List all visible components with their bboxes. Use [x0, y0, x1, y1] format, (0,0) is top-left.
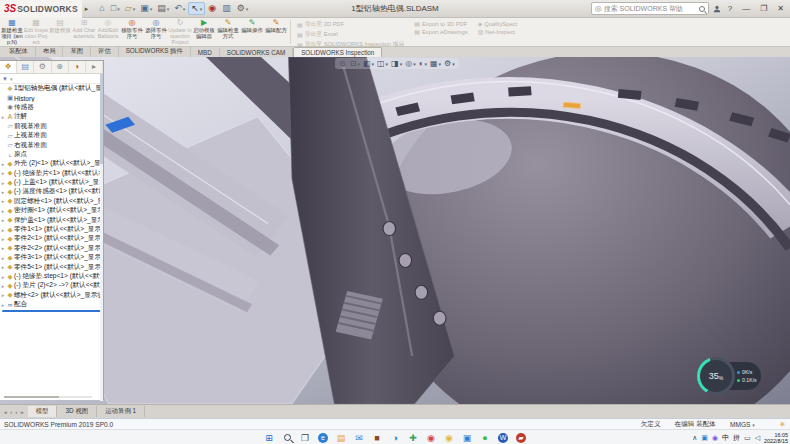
taskbar-app-button[interactable]: W — [497, 432, 509, 444]
tree-item[interactable]: ▸ ◆ 零件3<1> (默认<<默认>_显示状 — [0, 253, 103, 262]
tree-item[interactable]: ▸ ◆ 零件1<1> (默认<<默认>_显示状态 — [0, 225, 103, 234]
document-tab[interactable]: 模型 — [28, 406, 58, 417]
tree-item[interactable]: ▸ ∞ 配合 — [0, 300, 103, 309]
dropdown-caret-icon[interactable]: ▾ — [150, 6, 153, 12]
usage-ball[interactable]: 35% — [697, 357, 735, 395]
dropdown-caret-icon[interactable]: ▾ — [117, 6, 120, 12]
panel-tab[interactable]: ⊕ — [52, 61, 69, 73]
tree-item[interactable]: ▸ ◆ 零件2<2> (默认<<默认>_显示状 — [0, 244, 103, 253]
taskbar-app-button[interactable]: ❐ — [299, 432, 311, 444]
tree-filter[interactable]: ▼ ▾ — [0, 74, 103, 84]
taskbar-app-button[interactable]: ✚ — [407, 432, 419, 444]
export-menu-item[interactable]: ◈ QualitySpect — [478, 20, 518, 27]
dropdown-caret-icon[interactable]: ▾ — [133, 6, 136, 12]
quick-access-button[interactable]: ◉ — [206, 3, 219, 14]
dropdown-caret-icon[interactable]: ▾ — [357, 61, 360, 67]
view-tool-button[interactable]: ◨ ▾ — [391, 59, 402, 68]
search-scope-icon[interactable]: ◎ — [595, 4, 602, 13]
tray-item[interactable]: 中 — [722, 433, 729, 443]
view-tool-button[interactable]: ◧ ▾ — [363, 59, 374, 68]
graphics-viewport[interactable]: ⊙ ⊡ ▾ ◧ ▾ ◫ ▾ ◨ ▾ ◎ ▾ ◐ ▾ ▦ ▾ — [0, 57, 790, 404]
command-tab[interactable]: SOLIDWORKS 插件 — [119, 46, 191, 57]
panel-tab[interactable]: ⚙ — [34, 61, 51, 73]
tree-item[interactable]: ▸ ◆ 零件5<1> (默认<<默认>_显示状 — [0, 262, 103, 271]
tray-item[interactable]: ◉ — [712, 434, 718, 442]
tree-item[interactable]: ▸ ◆ 保护盖<1> (默认<<默认>_显示状态 — [0, 215, 103, 224]
taskbar-app-button[interactable]: ■ — [371, 432, 383, 444]
dropdown-caret-icon[interactable]: ▾ — [371, 61, 374, 67]
export-menu-item[interactable]: ▤ 导出至 Excel — [297, 30, 404, 39]
taskbar-app-button[interactable]: e — [317, 432, 329, 444]
help-search-box[interactable]: ◎ 搜索 SOLIDWORKS 帮助 — [591, 2, 709, 15]
tree-item[interactable]: ▸ ▣ History — [0, 93, 103, 102]
export-menu-item[interactable]: ▤ 导出至 2D PDF — [297, 20, 404, 29]
ribbon-button[interactable]: ✎ 编辑检查方式 — [216, 18, 240, 46]
ribbon-button[interactable]: ⊞ Add Characteristic — [72, 18, 96, 46]
tab-nav-button[interactable]: › — [14, 409, 18, 415]
user-login-icon[interactable] — [713, 5, 721, 13]
tray-item[interactable]: ∧ — [692, 434, 697, 442]
tree-item[interactable]: ▸ ▱ 上视基准面 — [0, 131, 103, 140]
view-tool-button[interactable]: ⊙ — [339, 59, 347, 68]
model-view[interactable] — [0, 57, 790, 404]
search-magnifier-icon[interactable] — [699, 6, 705, 12]
dropdown-caret-icon[interactable]: ▾ — [167, 6, 170, 12]
tray-item[interactable]: ▣ — [701, 434, 708, 442]
view-tool-button[interactable]: ⊡ ▾ — [350, 59, 360, 68]
command-tab[interactable]: SOLIDWORKS CAM — [220, 48, 293, 57]
tab-nav-button[interactable]: « — [3, 409, 8, 415]
ribbon-button[interactable]: ▦ Edit Inspection Project — [24, 18, 48, 46]
quick-access-button[interactable]: ⚙ ▾ — [235, 3, 251, 14]
restore-button[interactable]: ❐ — [757, 4, 770, 13]
dropdown-caret-icon[interactable]: ▾ — [413, 61, 416, 67]
taskbar-app-button[interactable]: ▤ — [335, 432, 347, 444]
ribbon-button[interactable]: ▦ 新建检查项目 (amp;N) — [0, 18, 24, 46]
tray-item[interactable]: ▭ — [744, 434, 751, 442]
tree-vertical-scrollbar[interactable] — [100, 74, 103, 401]
tree-item[interactable]: ▸ ◆ 外壳 (2)<1> (默认<<默认>_显示状 — [0, 159, 103, 168]
dropdown-caret-icon[interactable]: ▾ — [452, 61, 455, 67]
export-menu-item[interactable]: ▤ Export to 3D PDF — [414, 20, 467, 27]
tree-item[interactable]: ▸ ◆ 密封圈<1> (默认<<默认>_显示状态 — [0, 206, 103, 215]
tree-item[interactable]: ▸ ◆ (-) 温度传感器<1> (默认<<默认>_ — [0, 187, 103, 196]
command-tab[interactable]: 装配体 — [2, 46, 36, 57]
quick-access-button[interactable]: ↶ ▾ — [172, 3, 187, 14]
menu-expand-arrow-icon[interactable]: ▸ — [85, 5, 89, 13]
quick-access-button[interactable]: ▥ — [220, 3, 234, 14]
quick-access-button[interactable]: □ ▾ — [109, 3, 122, 14]
help-button[interactable]: ? — [725, 4, 735, 13]
tree-item[interactable]: ▸ ◆ 零件2<1> (默认<<默认>_显示状 — [0, 234, 103, 243]
tree-root-item[interactable]: ❖ 1型铝轴热电偶 (默认<默认_显示状态-1 — [0, 84, 103, 93]
taskbar-app-button[interactable]: ◑ — [389, 432, 401, 444]
dropdown-caret-icon[interactable]: ▾ — [400, 61, 403, 67]
view-tool-button[interactable]: ◎ ▾ — [405, 59, 416, 68]
minimize-button[interactable]: — — [739, 4, 753, 13]
tree-item[interactable]: ▸ ◆ 固定螺栓<1> (默认<<默认>_显示状 — [0, 197, 103, 206]
panel-tab[interactable]: ▤ — [17, 61, 34, 73]
dropdown-caret-icon[interactable]: ▾ — [425, 61, 428, 67]
panel-tab[interactable]: ◑ — [69, 61, 86, 73]
taskbar-clock[interactable]: 16:05 2022/8/15 — [764, 432, 788, 444]
taskbar-app-button[interactable]: ● — [479, 432, 491, 444]
dropdown-caret-icon[interactable]: ▾ — [246, 6, 249, 12]
view-tool-button[interactable]: ◐ ▾ — [419, 59, 427, 68]
taskbar-app-button[interactable]: ✉ — [353, 432, 365, 444]
view-tool-button[interactable]: ▦ ▾ — [430, 59, 441, 68]
view-tool-button[interactable]: ◫ ▾ — [377, 59, 388, 68]
command-tab[interactable]: 评估 — [91, 46, 119, 57]
ribbon-button[interactable]: ▤ 新建模板 — [48, 18, 72, 46]
panel-tab[interactable]: ❖ — [0, 61, 17, 73]
command-tab[interactable]: MBD — [191, 48, 220, 57]
taskbar-app-button[interactable]: ▣ — [461, 432, 473, 444]
tree-item[interactable]: ▸ ◆ (-) 绝缘垫.step<1> (默认<<默认> — [0, 272, 103, 281]
taskbar-app-button[interactable]: ◉ — [425, 432, 437, 444]
filter-caret-icon[interactable]: ▾ — [10, 76, 13, 82]
tree-item[interactable]: ▸ ⌞ 原点 — [0, 150, 103, 159]
tree-item[interactable]: ▸ ◆ 螺栓<2> (默认<<默认>_显示状态 — [0, 291, 103, 300]
tree-item[interactable]: ▸ A 注解 — [0, 112, 103, 121]
ribbon-button[interactable]: ◎ 移除零件序号 — [120, 18, 144, 46]
tree-item[interactable]: ▸ ◆ (-) 上盖<1> (默认<<默认>_显示状 — [0, 178, 103, 187]
command-tab[interactable]: 布局 — [36, 46, 64, 57]
dropdown-caret-icon[interactable]: ▾ — [439, 61, 442, 67]
ribbon-button[interactable]: ✎ 编辑配方 — [264, 18, 288, 46]
